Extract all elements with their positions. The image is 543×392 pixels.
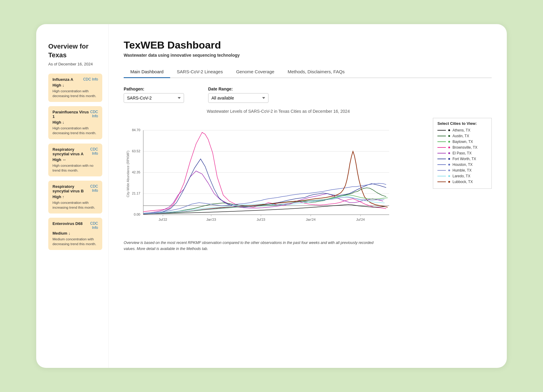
legend-dot-7: [448, 169, 450, 171]
tab-1[interactable]: SARS-CoV-2 Lineages: [170, 66, 230, 78]
legend-city-name-3: Brownsville, TX: [453, 145, 477, 150]
chart-container: Wastewater Levels of SARS-CoV-2 in Texas…: [124, 109, 433, 232]
cdc-link-3[interactable]: CDC: [90, 184, 98, 188]
legend-dot-4: [448, 152, 450, 154]
legend-item-2[interactable]: Baytown, TX: [437, 140, 487, 144]
svg-text:Jan'24: Jan'24: [306, 218, 316, 221]
main-content: TexWEB Dashboard Wastewater data using i…: [109, 24, 507, 368]
legend-item-1[interactable]: Austin, TX: [437, 134, 487, 138]
svg-text:63.52: 63.52: [132, 149, 140, 153]
legend-dot-9: [448, 181, 450, 183]
svg-text:City-Wide Abundance (RPKMF): City-Wide Abundance (RPKMF): [126, 151, 130, 198]
pathogen-cards-container: Influenza ACDC InfoHigh ↓High concentrat…: [48, 74, 102, 250]
pathogen-card-0: Influenza ACDC InfoHigh ↓High concentrat…: [48, 74, 102, 102]
tab-3[interactable]: Methods, Disclaimers, FAQs: [281, 66, 351, 78]
legend-dot-8: [448, 175, 450, 177]
main-card: Overview for Texas As of December 16, 20…: [36, 24, 507, 368]
legend-dot-1: [448, 135, 450, 137]
svg-text:Jan'23: Jan'23: [206, 218, 216, 221]
svg-text:Jul'22: Jul'22: [159, 218, 167, 221]
cdc-link-3[interactable]: Info: [92, 188, 98, 193]
chart-svg: City-Wide Abundance (RPKMF) 84.70 63.52 …: [124, 117, 395, 231]
legend-item-7[interactable]: Humble, TX: [437, 168, 487, 172]
cdc-link-0[interactable]: CDC Info: [83, 77, 98, 81]
legend-box: Select Cities to View: Athens, TXAustin,…: [433, 118, 492, 189]
legend-city-name-6: Houston, TX: [453, 163, 472, 167]
pathogen-level-2: High ↔: [52, 157, 98, 162]
pathogen-select[interactable]: SARS-CoV-2 Influenza A RSV: [124, 93, 184, 103]
legend-line-6: [437, 164, 446, 165]
pathogen-name-3: Respiratory syncytial virus B: [52, 184, 90, 193]
pathogen-card-2: Respiratory syncytial virus ACDCInfoHigh…: [48, 144, 102, 176]
pathogen-desc-4: Medium concentration with decreasing tre…: [52, 237, 98, 246]
sidebar-date: As of December 16, 2024: [48, 62, 102, 66]
legend-item-3[interactable]: Brownsville, TX: [437, 145, 487, 150]
cdc-link-1[interactable]: Info: [92, 114, 98, 118]
controls: Pathogen: SARS-CoV-2 Influenza A RSV Dat…: [124, 87, 492, 103]
pathogen-desc-3: High concentration with increasing trend…: [52, 200, 98, 210]
pathogen-card-title-2: Respiratory syncytial virus ACDCInfo: [52, 147, 98, 156]
legend-line-2: [437, 141, 446, 142]
pathogen-card-title-1: Parainfluenza Virus 1CDCInfo: [52, 110, 98, 119]
main-title: TexWEB Dashboard: [124, 39, 492, 51]
cdc-link-4[interactable]: Info: [92, 226, 98, 230]
legend-city-name-1: Austin, TX: [453, 134, 469, 138]
legend-line-0: [437, 130, 446, 131]
pathogen-level-1: High ↓: [52, 120, 98, 125]
pathogen-desc-0: High concentration with decreasing trend…: [52, 89, 98, 98]
pathogen-name-2: Respiratory syncytial virus A: [52, 147, 90, 156]
cdc-link-2[interactable]: CDC: [90, 147, 98, 151]
svg-text:21.17: 21.17: [132, 191, 140, 195]
chart-title: Wastewater Levels of SARS-CoV-2 in Texas…: [124, 109, 433, 114]
pathogen-level-3: High ↑: [52, 194, 98, 199]
legend-line-3: [437, 147, 446, 148]
legend-item-0[interactable]: Athens, TX: [437, 128, 487, 132]
pathogen-level-0: High ↓: [52, 83, 98, 87]
footer-note: Overview is based on the most recent RPK…: [124, 240, 383, 252]
pathogen-card-4: Enterovirus D68CDCInfoMedium ↓Medium con…: [48, 218, 102, 250]
legend-line-1: [437, 136, 446, 136]
legend-dot-2: [448, 141, 450, 143]
chart-area: Wastewater Levels of SARS-CoV-2 in Texas…: [124, 109, 492, 232]
date-range-select[interactable]: All available Last 3 months Last 6 month…: [208, 93, 268, 103]
legend-city-name-2: Baytown, TX: [453, 140, 473, 144]
main-subtitle: Wastewater data using innovative sequenc…: [124, 53, 492, 58]
legend-item-8[interactable]: Laredo, TX: [437, 174, 487, 178]
legend-item-5[interactable]: Fort Worth, TX: [437, 157, 487, 161]
line-elpaso: [143, 171, 383, 213]
legend-line-4: [437, 153, 446, 153]
pathogen-card-title-3: Respiratory syncytial virus BCDCInfo: [52, 184, 98, 193]
pathogen-label: Pathogen:: [124, 87, 184, 91]
pathogen-level-4: Medium ↓: [52, 231, 98, 236]
chart-svg-wrapper: City-Wide Abundance (RPKMF) 84.70 63.52 …: [124, 117, 433, 232]
cdc-link-2[interactable]: Info: [92, 151, 98, 156]
legend-city-name-8: Laredo, TX: [453, 174, 470, 178]
svg-text:42.35: 42.35: [132, 170, 140, 174]
cdc-link-4[interactable]: CDC: [90, 221, 98, 226]
pathogen-card-1: Parainfluenza Virus 1CDCInfoHigh ↓High c…: [48, 106, 102, 139]
tab-0[interactable]: Main Dashboard: [124, 66, 170, 78]
svg-text:Jul'23: Jul'23: [257, 218, 265, 221]
legend-city-name-5: Fort Worth, TX: [453, 157, 476, 161]
date-range-label: Date Range:: [208, 87, 268, 91]
line-brownsville: [143, 132, 386, 212]
svg-text:0.00: 0.00: [134, 213, 140, 216]
legend-city-name-9: Lubbock, TX: [453, 180, 473, 184]
cdc-link-1[interactable]: CDC: [90, 110, 98, 114]
legend-city-name-7: Humble, TX: [453, 168, 472, 172]
legend-item-9[interactable]: Lubbock, TX: [437, 180, 487, 184]
line-houston: [143, 183, 386, 213]
legend-item-4[interactable]: El Paso, TX: [437, 151, 487, 155]
legend-items-container: Athens, TXAustin, TXBaytown, TXBrownsvil…: [437, 128, 487, 184]
sidebar-title: Overview for Texas: [48, 42, 102, 59]
legend-item-6[interactable]: Houston, TX: [437, 163, 487, 167]
legend-dot-6: [448, 164, 450, 166]
legend-dot-5: [448, 158, 450, 160]
legend-line-5: [437, 159, 446, 159]
tab-bar: Main DashboardSARS-CoV-2 LineagesGenome …: [124, 66, 492, 78]
pathogen-card-3: Respiratory syncytial virus BCDCInfoHigh…: [48, 181, 102, 213]
legend-line-8: [437, 176, 446, 176]
pathogen-name-4: Enterovirus D68: [52, 221, 83, 226]
legend-line-7: [437, 170, 446, 171]
tab-2[interactable]: Genome Coverage: [230, 66, 281, 78]
